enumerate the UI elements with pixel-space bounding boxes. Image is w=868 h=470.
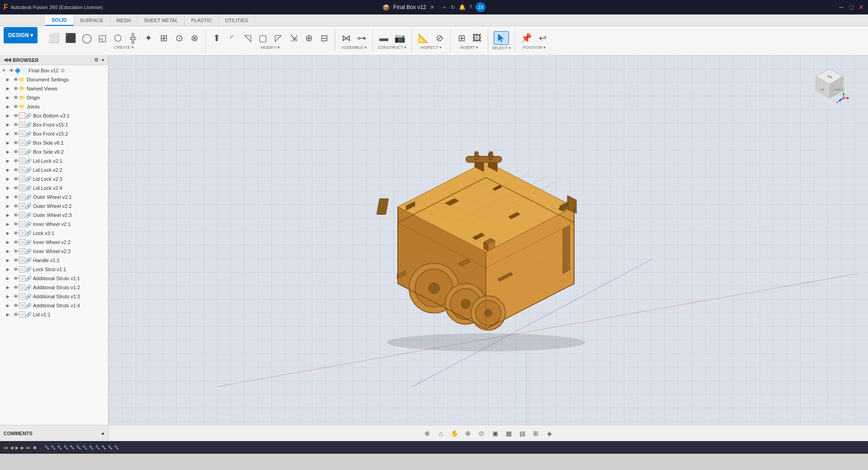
visibility-icon[interactable]: 👁	[13, 176, 19, 182]
visibility-icon[interactable]: 👁	[13, 266, 19, 273]
file-tab[interactable]: 📦 Final Box v12 ✕ ＋ ↻ 🔔 ? JX	[382, 2, 486, 12]
expand-icon[interactable]: ▶	[6, 249, 13, 254]
visibility-icon[interactable]: 👁	[13, 293, 19, 300]
visibility-icon[interactable]: 👁	[13, 103, 19, 110]
measure-button[interactable]: 📐	[415, 32, 431, 44]
expand-icon[interactable]: ▶	[6, 104, 13, 109]
expand-icon[interactable]: ▶	[6, 86, 13, 91]
visibility-icon[interactable]: 👁	[13, 94, 19, 101]
chamfer-button[interactable]: ◹	[240, 32, 255, 44]
expand-icon[interactable]: ▶	[6, 168, 13, 172]
revert-position-button[interactable]: ↩	[535, 32, 550, 44]
visibility-icon[interactable]: 👁	[13, 85, 19, 92]
expand-icon[interactable]: ▶	[6, 186, 13, 190]
visibility-icon[interactable]: 👁	[13, 212, 19, 218]
expand-icon[interactable]: ▶	[6, 231, 13, 235]
tree-item-box-bottom[interactable]: ▶ 👁 □ 🔗 Box Bottom v3:1	[0, 111, 108, 120]
expand-icon[interactable]: ▶	[6, 177, 13, 181]
press-pull-button[interactable]: ⬆	[209, 32, 224, 44]
tab-surface[interactable]: SURFACE	[74, 14, 110, 26]
expand-icon[interactable]: ▶	[6, 113, 13, 118]
tab-plastic[interactable]: PLASTIC	[185, 14, 219, 26]
viewcube[interactable]: Top Left Front X Z Y	[809, 64, 850, 105]
display-mode-2-button[interactable]: ▦	[503, 428, 514, 439]
expand-icon[interactable]: ▶	[6, 258, 13, 263]
tree-item-joints[interactable]: ▶ 👁 📁 Joints	[0, 102, 108, 111]
tree-item-lock-strut-1[interactable]: ▶ 👁 □ 🔗 Lock Strut v1:1	[0, 265, 108, 274]
notification-icon[interactable]: 🔔	[459, 4, 466, 10]
visibility-icon[interactable]: 👁	[13, 248, 19, 254]
help-icon[interactable]: ?	[469, 4, 472, 10]
fillet-button[interactable]: ◜	[225, 32, 239, 44]
construct-camera-button[interactable]: 📷	[392, 32, 408, 44]
zoom-button[interactable]: ⊕	[462, 428, 474, 439]
align-button[interactable]: ⊶	[354, 32, 369, 44]
shell-button[interactable]: ▢	[255, 32, 270, 44]
home-view-button[interactable]: ⌂	[435, 428, 447, 439]
visibility-icon[interactable]: 👁	[13, 302, 19, 309]
fit-view-button[interactable]: ⊕	[421, 428, 433, 439]
tree-item-lid-1[interactable]: ▶ 👁 □ 🔗 Lid v1:1	[0, 310, 108, 319]
expand-icon[interactable]: ▶	[6, 312, 13, 317]
grid-button[interactable]: ⊞	[530, 428, 542, 439]
design-button[interactable]: DESIGN ▾	[4, 27, 38, 43]
revolve-button[interactable]: ◯	[80, 32, 94, 44]
tree-item-add-struts-3[interactable]: ▶ 👁 □ 🔗 Additional Struts v1:3	[0, 292, 108, 301]
tree-item-inner-wheel-2[interactable]: ▶ 👁 □ 🔗 Inner Wheel v2:2	[0, 238, 108, 247]
viewport[interactable]: Top Left Front X Z Y ⊕ ⌂ ✋ ⊕ ⊙ ▣	[108, 55, 868, 441]
visibility-icon[interactable]: 👁	[13, 230, 19, 236]
visibility-icon[interactable]: 👁	[13, 122, 19, 128]
tree-item-box-side-2[interactable]: ▶ 👁 □ 🔗 Box Side v6:2	[0, 147, 108, 156]
tab-sheet-metal[interactable]: SHEET METAL	[137, 14, 184, 26]
insert-canvas-button[interactable]: 🖼	[470, 32, 484, 44]
tree-item-box-front-1[interactable]: ▶ 👁 □ 🔗 Box Front v15:1	[0, 120, 108, 129]
browser-collapse-icon[interactable]: ◀◀	[4, 57, 11, 63]
visibility-icon[interactable]: 👁	[13, 284, 19, 291]
new-component-button[interactable]: ⬜	[46, 32, 62, 44]
tree-item-add-struts-4[interactable]: ▶ 👁 □ 🔗 Additional Struts v1:4	[0, 301, 108, 310]
scale-button[interactable]: ⇲	[286, 32, 301, 44]
tab-close-icon[interactable]: ✕	[430, 4, 434, 10]
tree-item-outer-wheel-2[interactable]: ▶ 👁 □ 🔗 Outer Wheel v2:2	[0, 202, 108, 211]
tree-item-handle-1[interactable]: ▶ 👁 □ 🔗 Handle v1:1	[0, 256, 108, 265]
expand-icon[interactable]: ▶	[6, 122, 13, 127]
web-button[interactable]: ✦	[141, 32, 156, 44]
expand-icon[interactable]: ▶	[6, 132, 13, 136]
hole-button[interactable]: ⊙	[172, 32, 186, 44]
close-button[interactable]: ✕	[858, 4, 864, 10]
capture-position-button[interactable]: 📌	[519, 32, 534, 44]
timeline-play-button[interactable]: ▶	[15, 445, 19, 450]
expand-icon[interactable]: ▶	[6, 159, 13, 163]
expand-icon[interactable]: ▶	[6, 95, 13, 100]
expand-icon[interactable]: ▶	[6, 213, 13, 217]
expand-icon[interactable]: ▶	[6, 195, 13, 199]
tab-solid[interactable]: SOLID	[45, 14, 74, 26]
loft-button[interactable]: ⬡	[110, 32, 125, 44]
expand-icon[interactable]: ▶	[6, 294, 13, 299]
timeline-next-button[interactable]: ▶	[21, 445, 24, 450]
combine-button[interactable]: ⊕	[302, 32, 316, 44]
section-analysis-button[interactable]: ⊘	[432, 32, 447, 44]
draft-button[interactable]: ◸	[271, 32, 285, 44]
replace-face-button[interactable]: ⊟	[317, 32, 331, 44]
maximize-button[interactable]: □	[848, 4, 854, 10]
visibility-icon[interactable]: 👁	[13, 149, 19, 155]
joint-button[interactable]: ⋈	[339, 32, 354, 44]
tree-item-lid-lock-2[interactable]: ▶ 👁 □ 🔗 Lid Lock v2:2	[0, 165, 108, 174]
visibility-icon[interactable]: 👁	[13, 185, 19, 191]
tree-item-lid-lock-1[interactable]: ▶ 👁 □ 🔗 Lid Lock v2:1	[0, 156, 108, 165]
visibility-icon[interactable]: 👁	[13, 221, 19, 227]
refresh-icon[interactable]: ↻	[451, 4, 455, 10]
tree-item-lid-lock-4[interactable]: ▶ 👁 □ 🔗 Lid Lock v2:4	[0, 183, 108, 193]
tree-item-doc-settings[interactable]: ▶ 👁 📁 Document Settings	[0, 75, 108, 84]
minimize-button[interactable]: ─	[838, 4, 844, 10]
offset-plane-button[interactable]: ▬	[377, 32, 391, 44]
visibility-icon[interactable]: 👁	[13, 257, 19, 263]
pan-button[interactable]: ✋	[448, 428, 460, 439]
visibility-icon[interactable]: 👁	[13, 203, 19, 209]
timeline-record-button[interactable]: ⏺	[33, 445, 37, 450]
expand-icon[interactable]: ▶	[6, 276, 13, 281]
user-avatar[interactable]: JX	[476, 2, 486, 12]
visibility-icon[interactable]: 👁	[13, 239, 19, 245]
settings-gear-icon[interactable]: ⚙	[61, 68, 65, 74]
